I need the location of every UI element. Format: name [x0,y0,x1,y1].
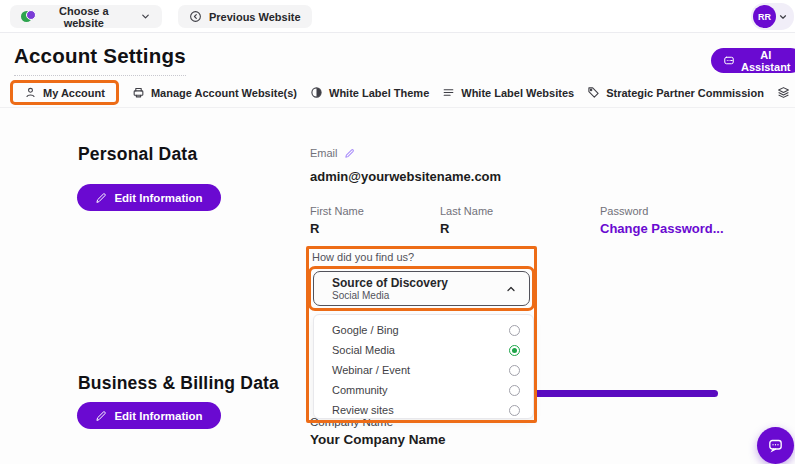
tab-label: White Label Websites [461,87,574,99]
chat-bubble-icon [723,55,735,67]
user-icon [24,86,37,99]
printer-icon [132,86,145,99]
radio-unselected[interactable] [509,405,520,416]
option-label: Webinar / Event [332,364,410,376]
account-menu-button[interactable]: RR [751,3,794,30]
option-community[interactable]: Community [314,380,533,400]
contrast-icon [310,86,323,99]
tab-invoices[interactable]: Invoices [777,82,795,103]
previous-website-label: Previous Website [209,11,301,23]
tab-label: Strategic Partner Commission [606,87,764,99]
site-logo-icon [21,9,35,24]
lines-icon [442,86,455,99]
option-label: Community [332,384,388,396]
choose-website-dropdown[interactable]: Choose a website [10,5,162,28]
select-selected-value: Social Media [332,290,505,302]
chevron-down-icon [140,11,151,22]
edit-business-info-button[interactable]: Edit Information [77,402,221,429]
discovery-options-panel: Google / Bing Social Media Webinar / Eve… [313,314,534,419]
pencil-icon [95,410,107,422]
page-title: Account Settings [14,44,186,76]
tab-label: Manage Account Website(s) [151,87,297,99]
topbar: Choose a website Previous Website RR [0,0,795,33]
tag-icon [587,86,600,99]
pencil-icon [95,192,107,204]
arrow-left-circle-icon [189,10,202,23]
tab-strategic-partner-commission[interactable]: Strategic Partner Commission [587,82,764,103]
option-label: Review sites [332,404,394,416]
divider [0,107,795,108]
business-data-heading: Business & Billing Data [78,373,279,394]
edit-personal-info-button[interactable]: Edit Information [77,184,221,211]
email-field-header: Email [310,147,355,159]
settings-tab-bar: My Account Manage Account Website(s) Whi… [10,80,795,105]
first-name-label: First Name [310,205,364,217]
option-webinar-event[interactable]: Webinar / Event [314,360,533,380]
tab-label: My Account [43,87,105,99]
tab-white-label-theme[interactable]: White Label Theme [310,82,429,103]
radio-unselected[interactable] [509,365,520,376]
select-label: Source of Discovery [332,276,505,290]
choose-website-label: Choose a website [42,5,126,29]
source-of-discovery-select[interactable]: Source of Discovery Social Media [313,271,530,306]
personal-data-heading: Personal Data [78,144,197,165]
edit-personal-info-label: Edit Information [114,192,202,204]
password-label: Password [600,205,648,217]
radio-unselected[interactable] [509,385,520,396]
email-value: admin@yourwebsitename.com [310,169,501,184]
option-label: Google / Bing [332,324,399,336]
first-name-value: R [310,221,319,236]
option-label: Social Media [332,344,395,356]
option-social-media[interactable]: Social Media [314,340,533,360]
previous-website-button[interactable]: Previous Website [178,5,312,28]
support-chat-button[interactable] [757,427,794,464]
option-review-sites[interactable]: Review sites [314,400,533,420]
radio-selected[interactable] [509,345,520,356]
chevron-up-icon [505,283,517,295]
tab-my-account[interactable]: My Account [10,80,119,105]
select-texts: Source of Discovery Social Media [332,276,505,302]
email-label: Email [310,147,338,159]
radio-unselected[interactable] [509,325,520,336]
avatar: RR [753,5,776,28]
ai-assistant-button[interactable]: AI Assistant [711,48,795,73]
chevron-down-icon [778,12,788,22]
last-name-value: R [440,221,449,236]
chat-bubble-icon [767,437,784,454]
last-name-label: Last Name [440,205,493,217]
tab-manage-account-websites[interactable]: Manage Account Website(s) [132,82,297,103]
edit-email-icon[interactable] [344,148,355,159]
company-name-value: Your Company Name [310,432,446,447]
layers-icon [777,86,790,99]
ai-assistant-label: AI Assistant [741,49,791,73]
tab-white-label-websites[interactable]: White Label Websites [442,82,574,103]
change-password-link[interactable]: Change Password... [600,221,724,236]
option-google-bing[interactable]: Google / Bing [314,320,533,340]
discovery-question: How did you find us? [312,251,414,263]
edit-business-info-label: Edit Information [114,410,202,422]
account-settings-page: Choose a website Previous Website RR Acc… [0,0,795,464]
tab-label: White Label Theme [329,87,429,99]
